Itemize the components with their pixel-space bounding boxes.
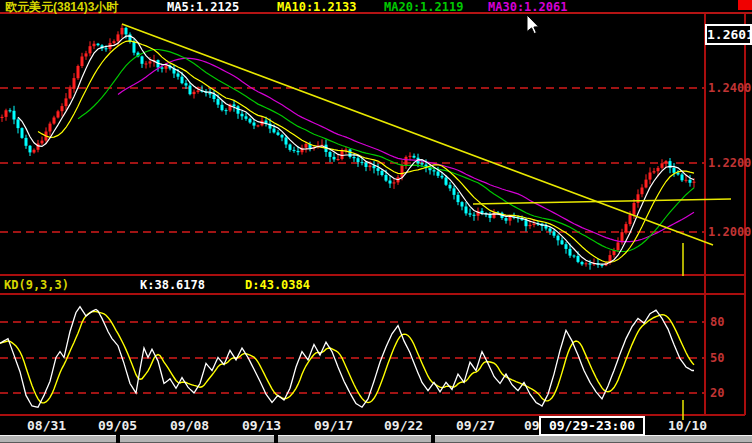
x-label-0831: 08/31 [27, 418, 66, 433]
price-label-12000: 1.2000 [708, 225, 751, 239]
price-readout: 1.2601 [705, 24, 752, 45]
x-label-0927: 09/27 [456, 418, 495, 433]
ma5-label: MA5:1.2125 [167, 1, 239, 13]
top-right-marker [738, 0, 752, 10]
trendlines-layer[interactable] [122, 24, 731, 420]
symbol-title: 欧元美元(3814)3小时 [5, 1, 118, 13]
status-panel-3 [278, 435, 431, 443]
moving-averages-layer [18, 36, 694, 264]
kd-header-bar: KD(9,3,3) K:38.6178 D:43.0384 [0, 277, 704, 293]
ma30-label: MA30:1.2061 [488, 1, 567, 13]
date-readout: 09/29-23:00 [539, 416, 645, 436]
kd-label-80: 80 [710, 315, 724, 329]
gridlines [0, 88, 705, 393]
x-label-0917: 09/17 [314, 418, 353, 433]
price-label-12200: 1.2200 [708, 156, 751, 170]
status-panel-4 [435, 435, 752, 443]
trading-terminal-window: 欧元美元(3814)3小时 MA5:1.2125 MA10:1.2133 MA2… [0, 0, 752, 443]
price-label-12400: 1.2400 [708, 81, 751, 95]
status-panel-1 [0, 435, 116, 443]
kd-label-20: 20 [710, 386, 724, 400]
ma10-label: MA10:1.2133 [277, 1, 356, 13]
x-label-0913: 09/13 [242, 418, 281, 433]
status-bar [0, 435, 752, 443]
x-label-0922: 09/22 [384, 418, 423, 433]
status-panel-2 [120, 435, 274, 443]
chart-canvas[interactable] [0, 0, 752, 443]
x-label-1010: 10/10 [668, 418, 707, 433]
kd-label-50: 50 [710, 351, 724, 365]
kd-d-value: D:43.0384 [245, 278, 310, 292]
x-label-0908: 09/08 [170, 418, 209, 433]
kd-k-value: K:38.6178 [140, 278, 205, 292]
x-label-0905: 09/05 [98, 418, 137, 433]
kd-title: KD(9,3,3) [4, 278, 69, 292]
chart-header-bar: 欧元美元(3814)3小时 MA5:1.2125 MA10:1.2133 MA2… [0, 0, 752, 14]
mouse-cursor [527, 15, 539, 34]
ma20-label: MA20:1.2119 [384, 1, 463, 13]
